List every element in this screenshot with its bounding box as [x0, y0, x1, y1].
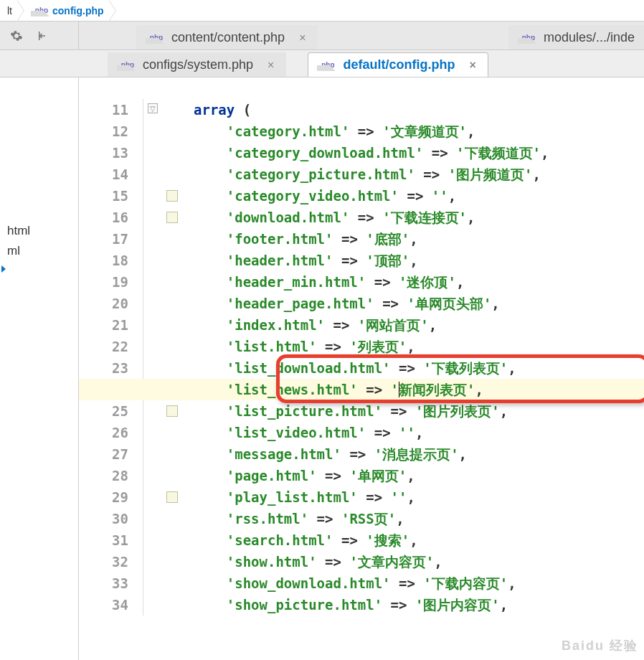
gear-icon[interactable] — [10, 29, 23, 42]
tab-config-php-active[interactable]: php default/config.php × — [308, 52, 488, 77]
php-file-icon: php — [317, 58, 338, 72]
line-number: 32 — [79, 551, 128, 572]
line-number: 17 — [79, 228, 128, 250]
tab-modules-inde[interactable]: php modules/.../inde — [508, 25, 644, 50]
tab-label: configs/system.php — [143, 57, 253, 72]
bookmark-marker[interactable] — [166, 405, 178, 417]
breadcrumb-item-active[interactable]: php config.php — [24, 0, 115, 21]
bookmark-marker[interactable] — [166, 212, 178, 223]
code-line: 'index.html' => '网站首页', — [194, 314, 644, 336]
line-number: 30 — [79, 508, 128, 529]
line-number: 25 — [79, 400, 128, 422]
tree-item[interactable]: ml — [7, 241, 71, 261]
line-number: 27 — [79, 443, 128, 465]
tab-label: default/config.php — [343, 57, 455, 72]
close-icon[interactable]: × — [265, 59, 277, 72]
line-number: 19 — [79, 271, 128, 293]
code-line: 'search.html' => '搜索', — [194, 529, 644, 551]
project-sidebar: html ml — [0, 77, 79, 660]
close-icon[interactable]: × — [466, 59, 478, 72]
tree-item[interactable]: html — [7, 221, 71, 241]
line-number: 28 — [79, 465, 128, 486]
php-file-icon: php — [146, 31, 167, 45]
code-editor[interactable]: 1112131415161718192021222324252627282930… — [79, 77, 644, 660]
php-file-icon: php — [117, 58, 138, 72]
editor-toolbar — [0, 22, 79, 50]
tab-content-php[interactable]: php content/content.php × — [136, 25, 318, 50]
line-number-gutter: 1112131415161718192021222324252627282930… — [79, 99, 143, 616]
code-line: 'show_download.html' => '下载内容页', — [194, 572, 644, 594]
line-number: 11 — [79, 99, 128, 121]
code-line: 'list_download.html' => '下载列表页', — [194, 357, 644, 379]
line-number: 13 — [79, 142, 128, 164]
code-line: 'list.html' => '列表页', — [194, 336, 644, 357]
tab-label: modules/.../inde — [544, 30, 635, 45]
breadcrumb-label: lt — [7, 5, 12, 16]
breadcrumb-bar: lt php config.php — [0, 0, 644, 22]
breadcrumb-label: config.php — [52, 5, 104, 16]
tab-row-1: php content/content.php × php modules/..… — [79, 22, 644, 50]
code-line: 'header.html' => '顶部', — [194, 250, 644, 271]
php-file-icon: php — [31, 4, 52, 18]
line-number: 33 — [79, 572, 128, 594]
line-number: 26 — [79, 422, 128, 443]
line-number: 14 — [79, 164, 128, 185]
code-line: 'show.html' => '文章内容页', — [194, 551, 644, 572]
code-content[interactable]: array ( 'category.html' => '文章频道页', 'cat… — [194, 99, 644, 616]
line-number: 23 — [79, 357, 128, 379]
line-number: 22 — [79, 336, 128, 357]
code-line: 'download.html' => '下载连接页', — [194, 207, 644, 228]
tab-system-php[interactable]: php configs/system.php × — [108, 52, 286, 77]
code-line: 'category_download.html' => '下载频道页', — [194, 142, 644, 164]
code-line: 'show_picture.html' => '图片内容页', — [194, 594, 644, 616]
php-file-icon: php — [518, 31, 539, 45]
close-icon[interactable]: × — [296, 32, 308, 44]
code-line: 'list_picture.html' => '图片列表页', — [194, 400, 644, 422]
tab-label: content/content.php — [171, 30, 285, 45]
code-line: 'page.html' => '单网页', — [194, 465, 644, 486]
code-line: 'category_picture.html' => '图片频道页', — [194, 164, 644, 185]
code-line: 'list_video.html' => '', — [194, 422, 644, 443]
line-number: 34 — [79, 594, 128, 616]
code-line: 'message.html' => '消息提示页', — [194, 443, 644, 465]
code-line: 'footer.html' => '底部', — [194, 228, 644, 250]
tab-row-2: php configs/system.php × php default/con… — [0, 50, 644, 77]
line-number: 20 — [79, 293, 128, 314]
code-line: 'play_list.html' => '', — [194, 486, 644, 508]
code-line: 'category.html' => '文章频道页', — [194, 121, 644, 142]
line-number: 15 — [79, 185, 128, 207]
line-number: 31 — [79, 529, 128, 551]
code-line: 'header_page.html' => '单网页头部', — [194, 293, 644, 314]
tree-item-active[interactable] — [7, 261, 71, 267]
fold-toggle-icon[interactable]: ▽ — [148, 103, 158, 113]
breadcrumb-item[interactable]: lt — [0, 0, 24, 21]
line-number: 29 — [79, 486, 128, 508]
hide-panel-icon[interactable] — [34, 29, 47, 42]
bookmark-marker[interactable] — [166, 190, 178, 202]
code-line: array ( — [194, 99, 644, 121]
line-number: 21 — [79, 314, 128, 336]
code-line: 'rss.html' => 'RSS页', — [194, 508, 644, 529]
line-number: 12 — [79, 121, 128, 142]
line-number: 18 — [79, 250, 128, 271]
code-line: 'list_news.html' => '新闻列表页', — [79, 379, 644, 400]
line-number: 16 — [79, 207, 128, 228]
code-line: 'category_video.html' => '', — [194, 185, 644, 207]
code-line: 'header_min.html' => '迷你顶', — [194, 271, 644, 293]
bookmark-marker[interactable] — [166, 491, 178, 503]
